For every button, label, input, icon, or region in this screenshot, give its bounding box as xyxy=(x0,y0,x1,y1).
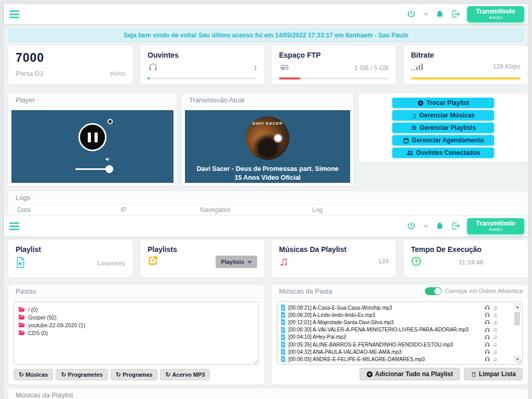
player-panel xyxy=(11,110,174,183)
button-label: Adicionar Tudo na Playlist xyxy=(375,370,453,378)
folder-item[interactable]: Gospel (92) xyxy=(18,313,254,321)
chevron-down-icon xyxy=(247,260,252,263)
musicas-refresh-button[interactable]: ↻ Músicas xyxy=(14,369,53,380)
programetes-refresh-button[interactable]: ↻ Programetes xyxy=(56,369,108,380)
menu-icon[interactable] xyxy=(9,10,19,18)
player-header: Player xyxy=(8,94,177,107)
plus-circle-icon xyxy=(366,371,373,378)
folder-item[interactable]: CDS (0) xyxy=(18,329,254,337)
transmit-status-button[interactable]: Transmitindo AutoDJ xyxy=(467,6,524,22)
volume-slider[interactable] xyxy=(75,161,109,171)
gerenciar-agendamento-button[interactable]: Gerenciar Agendamento xyxy=(392,135,494,145)
listen-icon[interactable] xyxy=(485,354,490,364)
top-navbar: Transmitindo AutoDJ xyxy=(4,4,528,24)
song-name: [00:06:20] A-Lindo-lindo-lindo-Es.mp3 xyxy=(288,312,482,318)
transmit-status-button[interactable]: Transmitindo AutoDJ xyxy=(467,218,524,234)
musicas-pasta-buttons: Adicionar Tudo na Playlist Limpar Lista xyxy=(360,368,523,380)
clear-list-button[interactable]: Limpar Lista xyxy=(464,368,523,380)
add-note-icon[interactable]: ♫ xyxy=(493,356,497,362)
refresh-icon: ↻ xyxy=(165,371,170,378)
bell-icon[interactable] xyxy=(435,221,444,231)
audio-file-icon xyxy=(281,319,286,325)
pastas-header: Pastas xyxy=(8,285,264,298)
song-name: [00:06:05] ANDRE-E-FELIPE-E-MILAGRE-DAMA… xyxy=(288,356,482,362)
gerenciar-musicas-button[interactable]: ♫ Gerenciar Músicas xyxy=(392,110,494,121)
speaker-icon xyxy=(104,155,112,165)
action-label: Trocar Playlist xyxy=(427,99,469,107)
logs-column-ip: IP xyxy=(121,205,126,216)
welcome-text: Seja bem vindo de volta! Seu último aces… xyxy=(124,32,408,39)
refresh-icon: ↻ xyxy=(116,371,121,378)
add-note-icon[interactable]: ♫ xyxy=(493,320,497,325)
song-name: [00:06:30] A-VAI-VALER-A-PENA-MINISTERIO… xyxy=(288,327,482,332)
pause-button[interactable] xyxy=(78,123,107,151)
song-row[interactable]: [00:12:01] A-Majestade-Santa-Davi-Silva.… xyxy=(281,318,497,326)
folder-icon xyxy=(18,330,25,336)
folder-item[interactable]: / (0) xyxy=(18,305,254,313)
song-row[interactable]: [00:06:20] A-Lindo-lindo-lindo-Es.mp3 ♫ xyxy=(281,311,497,318)
hard-drive-icon xyxy=(279,62,290,74)
alphabetical-toggle[interactable] xyxy=(425,287,442,295)
bitrate-title: Bitrate xyxy=(411,51,521,59)
action-label: Ouvintes Conectados xyxy=(416,149,480,156)
autodj-dashboard: Transmitindo AutoDJ Seja bem vindo de vo… xyxy=(0,0,532,399)
add-note-icon[interactable]: ♫ xyxy=(493,342,497,348)
acervo-mp3-refresh-button[interactable]: ↻ Acervo MP3 xyxy=(160,369,210,380)
song-row[interactable]: [00:06:30] A-VAI-VALER-A-PENA-MINISTERIO… xyxy=(281,326,497,334)
playlists-dropdown-label: Playlists xyxy=(221,259,244,265)
folders-listbox[interactable]: / (0) Gospel (92) youtube-22-09-2020 (1)… xyxy=(14,301,259,365)
trocar-playlist-button[interactable]: Trocar Playlist xyxy=(392,98,494,108)
add-note-icon[interactable]: ♫ xyxy=(493,334,497,340)
song-row[interactable]: [00:06:05] ANDRE-E-FELIPE-E-MILAGRE-DAMA… xyxy=(281,355,497,363)
power-icon[interactable] xyxy=(406,9,416,19)
power-icon[interactable] xyxy=(406,221,416,231)
album-art-text: DAVI SACER xyxy=(246,121,289,126)
sign-out-icon[interactable] xyxy=(451,9,460,19)
songs-listbox[interactable]: [00:09:21] A-Casa-E-Sua-Casa-Worship.mp3… xyxy=(277,301,523,365)
transmission-header: Transmissão Atual xyxy=(182,94,353,107)
song-row[interactable]: [00:05:35] ALINE-BARROS-E-FERNANDINHO-RE… xyxy=(281,341,497,348)
song-row[interactable]: [00:09:21] A-Casa-E-Sua-Casa-Worship.mp3… xyxy=(281,304,497,311)
scrollbar[interactable] xyxy=(514,303,521,363)
menu-icon[interactable] xyxy=(9,222,19,230)
audio-file-icon xyxy=(281,349,286,355)
programas-refresh-button[interactable]: ↻ Programas xyxy=(111,369,158,380)
ouvintes-conectados-button[interactable]: Ouvintes Conectados xyxy=(392,148,494,158)
playlists-dropdown[interactable]: Playlists xyxy=(216,256,257,268)
ouvintes-progress xyxy=(148,77,257,79)
file-audio-icon xyxy=(16,257,25,270)
audio-file-icon xyxy=(281,334,286,340)
transmit-label: Transmitindo xyxy=(476,8,515,15)
stat-card-playlist: Playlist Louvores xyxy=(8,240,132,277)
musicas-playlist-header: Músicas da Playlist xyxy=(8,389,528,399)
signal-bars-icon xyxy=(411,63,423,70)
stat-card-tempo-execucao: Tempo De Execução 11:14:48 xyxy=(404,240,528,277)
song-row[interactable]: [00:04:10] AHey-Pai.mp3 ♫ xyxy=(281,334,497,341)
song-name: [00:04:32] ANA-PAULA-VALADAO-ME-AMA.mp3 xyxy=(288,349,482,355)
volume-track[interactable] xyxy=(75,168,109,170)
add-note-icon[interactable]: ♫ xyxy=(493,349,497,355)
add-all-playlist-button[interactable]: Adicionar Tudo na Playlist xyxy=(360,368,460,380)
add-note-icon[interactable]: ♫ xyxy=(493,312,497,318)
audio-file-icon xyxy=(281,356,286,362)
add-note-icon[interactable]: ♫ xyxy=(493,327,497,332)
folder-item[interactable]: youtube-22-09-2020 (1) xyxy=(18,321,254,329)
gerenciar-playlists-button[interactable]: Gerenciar Playlists xyxy=(392,123,494,133)
quick-actions-card: Trocar Playlist ♫ Gerenciar Músicas Gere… xyxy=(358,94,528,162)
audio-file-icon xyxy=(281,304,286,311)
folder-label: CDS (0) xyxy=(28,330,48,336)
external-link-icon xyxy=(148,255,158,268)
bell-icon[interactable] xyxy=(435,9,444,19)
folder-icon xyxy=(18,314,25,320)
add-note-icon[interactable]: ♫ xyxy=(493,305,497,311)
song-row[interactable]: [00:04:32] ANA-PAULA-VALADAO-ME-AMA.mp3 … xyxy=(281,348,497,355)
porta-dj-value: 7000 xyxy=(16,51,125,65)
sign-out-icon[interactable] xyxy=(451,221,460,231)
resize-handle[interactable] xyxy=(253,359,258,364)
audio-file-icon xyxy=(281,327,286,333)
chevron-down-icon[interactable] xyxy=(423,224,429,228)
chevron-down-icon[interactable] xyxy=(423,12,429,16)
volume-handle[interactable] xyxy=(105,165,113,173)
scroll-up-icon[interactable] xyxy=(514,303,521,310)
scrollbar-thumb[interactable] xyxy=(514,312,520,325)
